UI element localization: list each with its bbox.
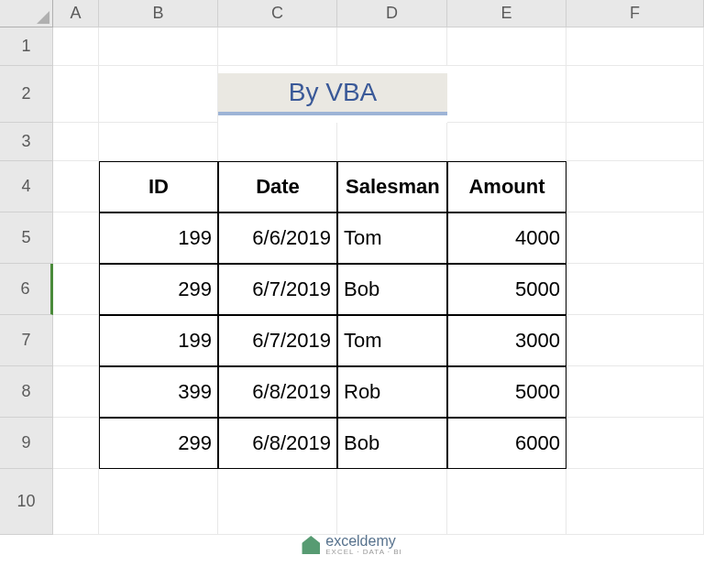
cell-a4[interactable] bbox=[53, 161, 99, 212]
cell-f6[interactable] bbox=[566, 264, 704, 315]
row-header-8[interactable]: 8 bbox=[0, 366, 53, 418]
col-header-a[interactable]: A bbox=[53, 0, 99, 27]
cell-a7[interactable] bbox=[53, 315, 99, 366]
row-header-2[interactable]: 2 bbox=[0, 66, 53, 123]
table-cell[interactable]: Bob bbox=[337, 264, 447, 315]
row-header-4[interactable]: 4 bbox=[0, 161, 53, 212]
table-cell[interactable]: 5000 bbox=[447, 264, 566, 315]
table-cell[interactable]: 399 bbox=[99, 366, 218, 418]
cell-e10[interactable] bbox=[447, 469, 566, 535]
col-header-b[interactable]: B bbox=[99, 0, 218, 27]
cell-c10[interactable] bbox=[218, 469, 337, 535]
table-cell[interactable]: 199 bbox=[99, 315, 218, 366]
row-header-1[interactable]: 1 bbox=[0, 27, 53, 66]
table-cell[interactable]: 6/8/2019 bbox=[218, 418, 337, 469]
cell-f3[interactable] bbox=[566, 123, 704, 161]
table-cell[interactable]: 6/7/2019 bbox=[218, 264, 337, 315]
cell-f1[interactable] bbox=[566, 27, 704, 66]
row-header-7[interactable]: 7 bbox=[0, 315, 53, 366]
cell-f8[interactable] bbox=[566, 366, 704, 418]
title-cell[interactable]: By VBA bbox=[218, 73, 447, 115]
row-header-5[interactable]: 5 bbox=[0, 212, 53, 264]
row-header-3[interactable]: 3 bbox=[0, 123, 53, 161]
table-cell[interactable]: Rob bbox=[337, 366, 447, 418]
table-cell[interactable]: Tom bbox=[337, 212, 447, 264]
row-header-6[interactable]: 6 bbox=[0, 264, 53, 315]
cell-a2[interactable] bbox=[53, 66, 99, 123]
col-header-f[interactable]: F bbox=[566, 0, 704, 27]
col-header-c[interactable]: C bbox=[218, 0, 337, 27]
table-cell[interactable]: 6/7/2019 bbox=[218, 315, 337, 366]
col-header-d[interactable]: D bbox=[337, 0, 447, 27]
cell-a10[interactable] bbox=[53, 469, 99, 535]
select-all-corner[interactable] bbox=[0, 0, 53, 27]
cell-d3[interactable] bbox=[337, 123, 447, 161]
cell-b1[interactable] bbox=[99, 27, 218, 66]
cell-e1[interactable] bbox=[447, 27, 566, 66]
cell-c3[interactable] bbox=[218, 123, 337, 161]
table-cell[interactable]: 6/6/2019 bbox=[218, 212, 337, 264]
cell-a8[interactable] bbox=[53, 366, 99, 418]
spreadsheet-grid: A B C D E F 1 2 By VBA 3 4 ID Date Sales… bbox=[0, 0, 704, 535]
cell-f7[interactable] bbox=[566, 315, 704, 366]
cell-b3[interactable] bbox=[99, 123, 218, 161]
table-cell[interactable]: Bob bbox=[337, 418, 447, 469]
table-header-date[interactable]: Date bbox=[218, 161, 337, 212]
cell-f9[interactable] bbox=[566, 418, 704, 469]
table-cell[interactable]: Tom bbox=[337, 315, 447, 366]
cell-a5[interactable] bbox=[53, 212, 99, 264]
cell-b2[interactable] bbox=[99, 66, 218, 123]
table-header-amount[interactable]: Amount bbox=[447, 161, 566, 212]
table-cell[interactable]: 6000 bbox=[447, 418, 566, 469]
cell-f2[interactable] bbox=[566, 66, 704, 123]
cell-a6[interactable] bbox=[53, 264, 99, 315]
cell-d10[interactable] bbox=[337, 469, 447, 535]
row-header-9[interactable]: 9 bbox=[0, 418, 53, 469]
cell-a1[interactable] bbox=[53, 27, 99, 66]
cell-e2[interactable] bbox=[447, 66, 566, 123]
col-header-e[interactable]: E bbox=[447, 0, 566, 27]
table-cell[interactable]: 3000 bbox=[447, 315, 566, 366]
table-cell[interactable]: 199 bbox=[99, 212, 218, 264]
table-cell[interactable]: 6/8/2019 bbox=[218, 366, 337, 418]
watermark-sub: EXCEL · DATA · BI bbox=[325, 549, 402, 556]
table-header-id[interactable]: ID bbox=[99, 161, 218, 212]
cell-a9[interactable] bbox=[53, 418, 99, 469]
watermark-text: exceldemy EXCEL · DATA · BI bbox=[325, 534, 402, 556]
exceldemy-logo-icon bbox=[302, 536, 320, 554]
cell-b10[interactable] bbox=[99, 469, 218, 535]
cell-f5[interactable] bbox=[566, 212, 704, 264]
cell-d1[interactable] bbox=[337, 27, 447, 66]
table-cell[interactable]: 299 bbox=[99, 264, 218, 315]
table-header-salesman[interactable]: Salesman bbox=[337, 161, 447, 212]
table-cell[interactable]: 5000 bbox=[447, 366, 566, 418]
cell-f10[interactable] bbox=[566, 469, 704, 535]
cell-a3[interactable] bbox=[53, 123, 99, 161]
table-cell[interactable]: 4000 bbox=[447, 212, 566, 264]
row-header-10[interactable]: 10 bbox=[0, 469, 53, 535]
watermark-main: exceldemy bbox=[325, 534, 402, 549]
cell-e3[interactable] bbox=[447, 123, 566, 161]
cell-c1[interactable] bbox=[218, 27, 337, 66]
cell-f4[interactable] bbox=[566, 161, 704, 212]
table-cell[interactable]: 299 bbox=[99, 418, 218, 469]
watermark: exceldemy EXCEL · DATA · BI bbox=[302, 534, 402, 556]
